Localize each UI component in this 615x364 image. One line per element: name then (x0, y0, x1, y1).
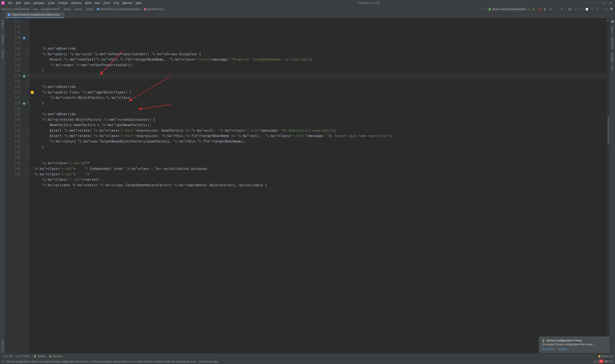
menu-view[interactable]: View (23, 1, 31, 5)
toolwin-todo[interactable]: ≣ 6: TODO (16, 355, 30, 358)
stop-icon[interactable]: ■ (560, 7, 563, 11)
status-icon[interactable]: ☐ (2, 360, 4, 363)
menu-vcs[interactable]: VCS (112, 1, 120, 5)
ime-icon[interactable]: ⌨ (604, 360, 608, 363)
toolwin-eventlog[interactable]: Event Log (598, 355, 613, 358)
left-toolstrip: 1: Project 7: Structure Commit 2: Favori… (0, 18, 5, 353)
intention-bulb-icon[interactable] (31, 91, 34, 94)
window-title: thinking-in-spring (143, 1, 596, 4)
error-stripe[interactable]: ✔ (607, 18, 610, 353)
toast-title: Spring Configuration Check (547, 339, 582, 342)
menubar: File Edit View Navigate Code Analyze Ref… (7, 1, 143, 5)
toolwin-spring[interactable]: 🍃 Spring (33, 355, 45, 358)
method-icon: m (144, 8, 147, 11)
crumb[interactable]: eans-5.2.2.RELEASE.jar (1, 8, 29, 11)
menu-tools[interactable]: Tools (102, 1, 111, 5)
toast-collapse-icon[interactable]: ⌄ (604, 339, 607, 342)
ime-badge[interactable]: 中 (599, 360, 603, 363)
fold-column[interactable]: ⊟⊟⊟⊟⊟⊟⊟⊟⊟ (27, 18, 30, 353)
crumb[interactable]: beans (64, 8, 71, 11)
vcs-update-icon[interactable]: ✓ (574, 7, 578, 11)
vcs-push-icon[interactable]: ⇪ (596, 7, 600, 11)
toolwin-project[interactable]: 1: Project (1, 19, 4, 31)
run-config-select[interactable]: BeanCreationExceptionDemo (488, 7, 530, 11)
close-icon[interactable]: ✕ (609, 1, 613, 4)
toolwin-commit[interactable]: Commit (1, 49, 4, 59)
editor[interactable]: 1131141151161171181191201211221231241251… (5, 18, 610, 353)
debug-icon[interactable]: 🐞 (537, 7, 541, 11)
maven-logo-icon[interactable]: m (611, 19, 614, 24)
attach-icon[interactable]: … (554, 7, 558, 11)
menu-window[interactable]: Window (121, 1, 134, 5)
toolwin-restfultool[interactable]: RestfulTool (611, 37, 614, 50)
encoding[interactable]: UTF (608, 360, 613, 363)
toast-disable[interactable]: Disable... (558, 348, 569, 351)
notification-toast: 🍃 Spring Configuration Check ⌄ Unmapped … (539, 337, 609, 353)
run-icon[interactable]: ▶ (532, 7, 536, 11)
profile-icon[interactable]: ◔ (548, 7, 552, 11)
navbar: eans-5.2.2.RELEASE.jar〉 org〉 springframe… (0, 6, 615, 12)
menu-file[interactable]: File (7, 1, 14, 5)
menu-analyze[interactable]: Analyze (57, 1, 69, 5)
crumb[interactable]: config (86, 8, 93, 11)
crumb[interactable]: factory (75, 8, 82, 11)
search-everywhere-icon[interactable]: 🔍 (610, 7, 614, 11)
ime-overlay: 中 ⌨ (599, 360, 608, 363)
back-to-nav-icon[interactable]: ↖ (482, 7, 486, 11)
maximize-icon[interactable]: ▢ (603, 1, 606, 4)
menu-run[interactable]: Run (94, 1, 101, 5)
spring-leaf-icon: 🍃 (542, 339, 545, 342)
coverage-icon[interactable]: ◧ (543, 7, 547, 11)
crumb[interactable]: springframework (41, 8, 60, 11)
crumb-method[interactable]: getObjectType (147, 8, 164, 11)
toast-body: Unmapped Spring configuration files foun… (542, 343, 607, 346)
right-toolstrip: m Maven RestfulTool Database Ant (610, 18, 615, 353)
file-tab[interactable]: C ObjectFactoryCreatingFactoryBean.java … (6, 12, 64, 18)
vcs-history-icon[interactable]: 🕘 (585, 7, 589, 11)
close-tab-icon[interactable]: × (61, 13, 62, 16)
warning-dot-icon (598, 355, 601, 357)
breadcrumb[interactable]: eans-5.2.2.RELEASE.jar〉 org〉 springframe… (1, 7, 164, 11)
menu-code[interactable]: Code (47, 1, 56, 5)
bottom-toolbar: ⎇ 9: Git ≣ 6: TODO 🍃 Spring ▣ Terminal E… (0, 353, 615, 359)
vcs-revert-icon[interactable]: ↶ (590, 7, 594, 11)
crumb-class[interactable]: ObjectFactoryCreatingFactoryBean (100, 8, 140, 11)
minimize-icon[interactable]: — (596, 1, 599, 4)
class-icon: C (97, 8, 99, 11)
toolwin-terminal[interactable]: ▣ Terminal (49, 355, 62, 358)
menu-build[interactable]: Build (84, 1, 93, 5)
toolwin-maven[interactable]: Maven (611, 26, 614, 34)
git-label: Git: (568, 8, 572, 11)
editor-tabs: C ObjectFactoryCreatingFactoryBean.java … (0, 12, 615, 18)
menu-navigate[interactable]: Navigate (32, 1, 46, 5)
menu-refactor[interactable]: Refactor (70, 1, 83, 5)
scrollbar-thumb[interactable] (608, 117, 609, 144)
crumb[interactable]: org (33, 8, 37, 11)
toolwin-git[interactable]: ⎇ 9: Git (2, 355, 12, 358)
ide-settings-icon[interactable]: ◫ (604, 7, 608, 11)
titlebar: IJ File Edit View Navigate Code Analyze … (0, 0, 615, 6)
gutter[interactable]: 1131141151161171181191201211221231241251… (5, 18, 27, 353)
status-message: Spring Configuration Check: Unmapped Spr… (6, 360, 591, 363)
main: 1: Project 7: Structure Commit 2: Favori… (0, 18, 615, 353)
file-tab-label: ObjectFactoryCreatingFactoryBean.java (12, 13, 59, 16)
menu-edit[interactable]: Edit (15, 1, 22, 5)
toast-show-help[interactable]: Show Help (542, 348, 555, 351)
toolwin-structure[interactable]: 7: Structure (1, 33, 4, 47)
app-icon: IJ (1, 1, 5, 5)
code-area[interactable]: "c-ann">@Override "c-kw">public "c-kw">v… (30, 18, 607, 353)
vcs-commit-icon[interactable]: ✓ (579, 7, 583, 11)
menu-help[interactable]: Help (134, 1, 143, 5)
toolwin-favorites[interactable]: 2: Favorites (1, 339, 4, 353)
statusbar: ☐ Spring Configuration Check: Unmapped S… (0, 359, 615, 364)
toolwin-ant[interactable]: Ant (611, 66, 614, 71)
toolwin-database[interactable]: Database (611, 52, 614, 64)
inspection-ok-icon: ✔ (607, 19, 609, 22)
class-icon: C (8, 13, 11, 16)
